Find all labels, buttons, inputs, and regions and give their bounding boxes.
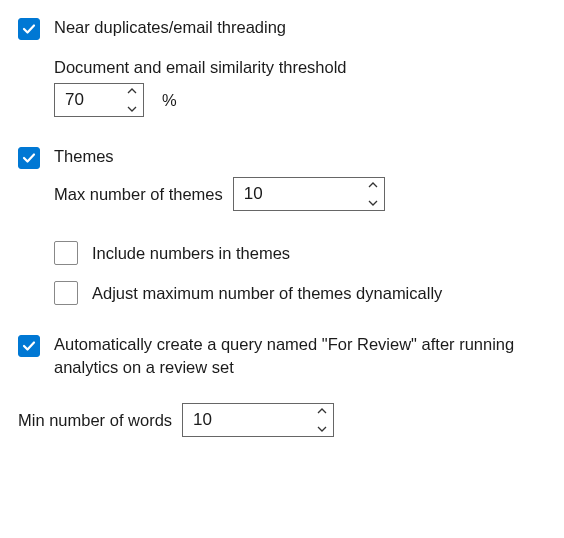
min-words-input[interactable]: 10 bbox=[182, 403, 334, 437]
near-duplicates-label: Near duplicates/email threading bbox=[54, 16, 286, 39]
max-themes-value[interactable]: 10 bbox=[234, 178, 362, 210]
include-numbers-checkbox[interactable] bbox=[54, 241, 78, 265]
min-words-step-down-icon[interactable] bbox=[317, 425, 327, 433]
themes-checkbox[interactable] bbox=[18, 147, 40, 169]
threshold-step-up-icon[interactable] bbox=[127, 87, 137, 95]
include-numbers-label: Include numbers in themes bbox=[92, 244, 290, 263]
min-words-label: Min number of words bbox=[18, 411, 172, 430]
max-themes-step-down-icon[interactable] bbox=[368, 199, 378, 207]
threshold-unit: % bbox=[162, 91, 177, 110]
min-words-value[interactable]: 10 bbox=[183, 404, 311, 436]
max-themes-step-up-icon[interactable] bbox=[368, 181, 378, 189]
min-words-step-up-icon[interactable] bbox=[317, 407, 327, 415]
auto-query-checkbox[interactable] bbox=[18, 335, 40, 357]
threshold-step-down-icon[interactable] bbox=[127, 105, 137, 113]
auto-query-label: Automatically create a query named "For … bbox=[54, 333, 534, 379]
adjust-dynamic-checkbox[interactable] bbox=[54, 281, 78, 305]
threshold-label: Document and email similarity threshold bbox=[54, 58, 546, 77]
threshold-value[interactable]: 70 bbox=[55, 84, 121, 116]
max-themes-input[interactable]: 10 bbox=[233, 177, 385, 211]
adjust-dynamic-label: Adjust maximum number of themes dynamica… bbox=[92, 284, 442, 303]
max-themes-label: Max number of themes bbox=[54, 185, 223, 204]
near-duplicates-checkbox[interactable] bbox=[18, 18, 40, 40]
threshold-input[interactable]: 70 bbox=[54, 83, 144, 117]
themes-label: Themes bbox=[54, 145, 114, 168]
